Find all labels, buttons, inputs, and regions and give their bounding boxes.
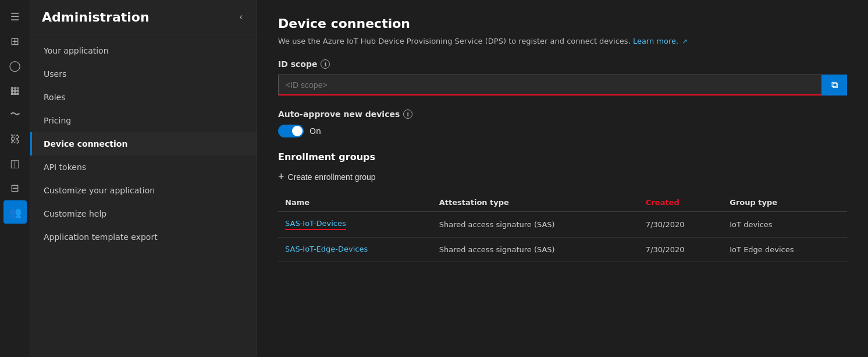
- hamburger-icon[interactable]: ☰: [3, 5, 27, 28]
- table-cell-created: 7/30/2020: [639, 212, 723, 238]
- table-row: SAS-IoT-Edge-Devices Shared access signa…: [278, 238, 847, 262]
- admin-icon[interactable]: 👥: [3, 200, 27, 224]
- copy-icon: ⧉: [831, 80, 838, 90]
- sidebar-item-users[interactable]: Users: [30, 62, 257, 86]
- rules-icon[interactable]: ⛓: [3, 127, 27, 150]
- api-icon[interactable]: ⊟: [3, 176, 27, 199]
- enrollment-group-link-sas-iot-devices[interactable]: SAS-IoT-Devices: [285, 219, 346, 230]
- toggle-knob: [292, 126, 303, 136]
- sidebar: Administration ‹ Your application Users …: [30, 0, 257, 357]
- sidebar-nav: Your application Users Roles Pricing Dev…: [30, 34, 257, 357]
- table-cell-attestation: Shared access signature (SAS): [432, 238, 639, 262]
- sidebar-item-application-template-export[interactable]: Application template export: [30, 225, 257, 249]
- main-content: Device connection We use the Azure IoT H…: [257, 0, 868, 357]
- col-header-created: Created: [639, 193, 723, 212]
- table-cell-name: SAS-IoT-Devices: [278, 212, 432, 238]
- enrollment-title: Enrollment groups: [278, 151, 847, 162]
- table-cell-group-type: IoT devices: [723, 212, 847, 238]
- external-link-icon: ↗: [682, 38, 687, 45]
- table-cell-group-type: IoT Edge devices: [723, 238, 847, 262]
- id-scope-row: ⧉: [278, 75, 847, 96]
- plus-icon: +: [278, 171, 284, 183]
- copy-id-scope-button[interactable]: ⧉: [821, 75, 847, 96]
- sidebar-item-device-connection[interactable]: Device connection: [30, 132, 257, 155]
- page-subtitle: We use the Azure IoT Hub Device Provisio…: [278, 37, 847, 45]
- page-title: Device connection: [278, 16, 847, 31]
- toggle-state-label: On: [310, 126, 321, 136]
- toggle-row: On: [278, 125, 847, 137]
- auto-approve-label: Auto-approve new devices i: [278, 109, 847, 119]
- home-icon[interactable]: ⊞: [3, 29, 27, 52]
- table-cell-attestation: Shared access signature (SAS): [432, 212, 639, 238]
- sidebar-item-your-application[interactable]: Your application: [30, 39, 257, 62]
- auto-approve-info-icon[interactable]: i: [403, 109, 412, 119]
- learn-more-link[interactable]: Learn more.: [633, 37, 678, 45]
- sidebar-header: Administration ‹: [30, 0, 257, 34]
- table-header-row: Name Attestation type Created Group type: [278, 193, 847, 212]
- id-scope-label: ID scope i: [278, 59, 847, 69]
- jobs-icon[interactable]: ◫: [3, 151, 27, 175]
- col-header-name: Name: [278, 193, 432, 212]
- icon-rail: ☰ ⊞ ◯ ▦ 〜 ⛓ ◫ ⊟ 👥: [0, 0, 30, 357]
- sidebar-collapse-button[interactable]: ‹: [237, 9, 245, 24]
- enrollment-table: Name Attestation type Created Group type…: [278, 193, 847, 262]
- enrollment-section: Enrollment groups + Create enrollment gr…: [278, 151, 847, 262]
- col-header-attestation: Attestation type: [432, 193, 639, 212]
- sidebar-title: Administration: [42, 10, 150, 24]
- auto-approve-section: Auto-approve new devices i On: [278, 109, 847, 137]
- table-cell-created: 7/30/2020: [639, 238, 723, 262]
- sidebar-item-api-tokens[interactable]: API tokens: [30, 155, 257, 179]
- table-row: SAS-IoT-Devices Shared access signature …: [278, 212, 847, 238]
- table-cell-name: SAS-IoT-Edge-Devices: [278, 238, 432, 262]
- id-scope-info-icon[interactable]: i: [321, 59, 330, 69]
- auto-approve-toggle[interactable]: [278, 125, 304, 137]
- analytics-icon[interactable]: 〜: [3, 102, 27, 126]
- create-enrollment-group-button[interactable]: + Create enrollment group: [278, 171, 376, 183]
- sidebar-item-roles[interactable]: Roles: [30, 86, 257, 109]
- user-circle-icon[interactable]: ◯: [3, 54, 27, 77]
- enrollment-group-link-sas-iot-edge-devices[interactable]: SAS-IoT-Edge-Devices: [285, 245, 368, 255]
- sidebar-item-customize-application[interactable]: Customize your application: [30, 179, 257, 202]
- col-header-group-type: Group type: [723, 193, 847, 212]
- bar-chart-icon[interactable]: ▦: [3, 78, 27, 101]
- id-scope-input[interactable]: [278, 75, 821, 96]
- sidebar-item-customize-help[interactable]: Customize help: [30, 202, 257, 225]
- sidebar-item-pricing[interactable]: Pricing: [30, 109, 257, 132]
